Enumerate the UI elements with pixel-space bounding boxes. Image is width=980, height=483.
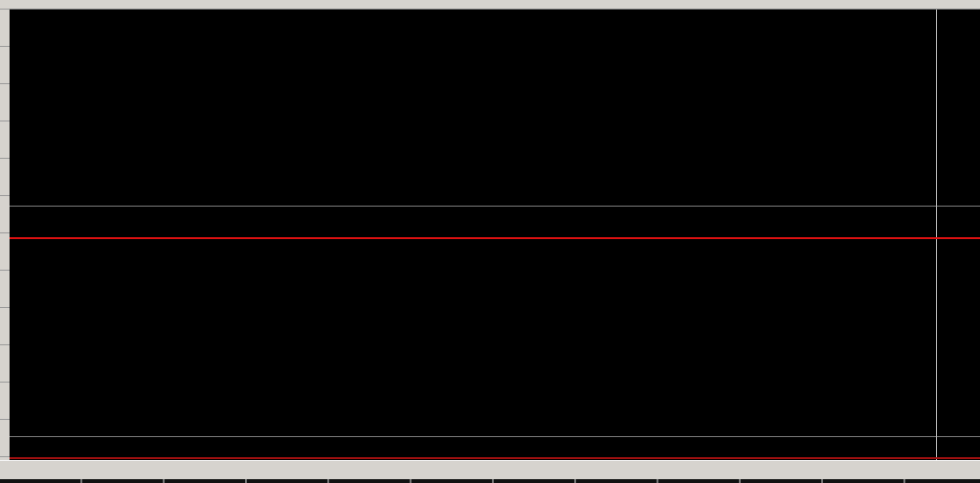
h4-time-axis-separator (10, 206, 980, 207)
status-strip (0, 479, 980, 483)
chart-tab-bar (0, 460, 980, 479)
chart-window-h4[interactable] (10, 9, 980, 238)
chart-window-m15[interactable] (10, 237, 980, 460)
m15-chart-canvas (10, 237, 980, 460)
m15-window-border-top (10, 237, 980, 239)
m15-price-axis-separator (936, 237, 937, 460)
h4-chart-canvas (10, 10, 980, 238)
tab-scroll-right-icon[interactable] (898, 467, 911, 478)
h4-price-axis-separator (936, 10, 937, 238)
m15-chart-title (17, 241, 24, 252)
m15-window-border-bottom (10, 457, 980, 459)
tab-scroll-left-icon[interactable] (859, 467, 873, 478)
m15-time-axis-separator (10, 436, 980, 437)
h4-chart-title (17, 13, 24, 25)
